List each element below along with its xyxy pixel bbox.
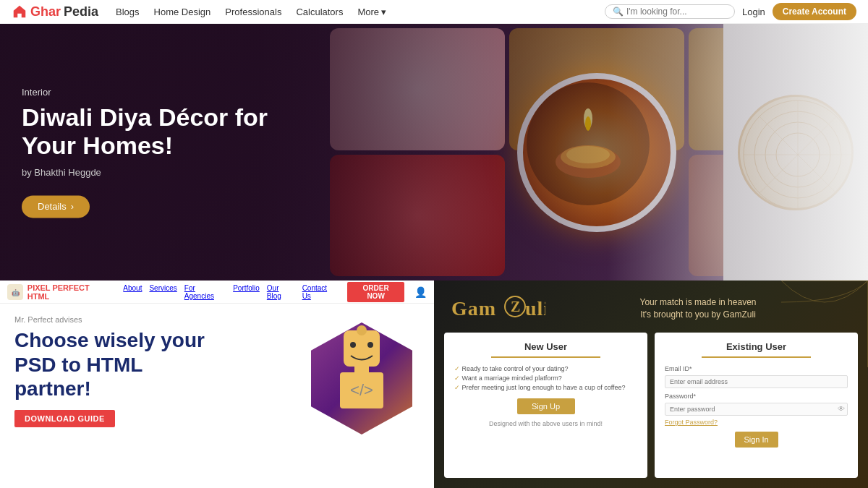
gamzuli-panel: Gam Z uli Your match is made in heaven I… bbox=[434, 281, 868, 488]
nav-professionals[interactable]: Professionals bbox=[225, 7, 281, 17]
svg-point-18 bbox=[367, 342, 373, 348]
pph-panel: 🤖 PIXEL PERFECT HTML About Services For … bbox=[0, 281, 434, 488]
pph-heading: Choose wisely your PSD to HTML partner! bbox=[14, 328, 217, 401]
svg-rect-16 bbox=[344, 330, 380, 367]
navbar: GharPedia Blogs Home Design Professional… bbox=[0, 0, 868, 24]
logo-pedia: Pedia bbox=[64, 4, 98, 20]
svg-text:🤖: 🤖 bbox=[11, 288, 20, 297]
password-label: Password* bbox=[665, 393, 848, 400]
email-input[interactable] bbox=[665, 375, 848, 388]
new-user-divider bbox=[491, 356, 601, 358]
pph-logo: 🤖 PIXEL PERFECT HTML bbox=[7, 283, 113, 301]
pph-user-icon: 👤 bbox=[414, 286, 427, 298]
pph-advises: Mr. Perfect advises bbox=[14, 315, 304, 324]
password-field-container: 👁 bbox=[665, 401, 848, 416]
gamzuli-logo-svg: Gam Z uli bbox=[451, 292, 545, 321]
new-user-title: New User bbox=[454, 341, 637, 352]
pph-content: Mr. Perfect advises Choose wisely your P… bbox=[0, 304, 434, 464]
nav-links: Blogs Home Design Professionals Calculat… bbox=[116, 7, 386, 17]
nav-calculators[interactable]: Calculators bbox=[296, 7, 343, 17]
svg-text:Z: Z bbox=[511, 299, 521, 314]
password-input[interactable] bbox=[665, 403, 848, 416]
chevron-down-icon: ▾ bbox=[381, 7, 386, 17]
nav-more[interactable]: More ▾ bbox=[357, 7, 386, 17]
pph-nav-contact[interactable]: Contact Us bbox=[302, 284, 338, 300]
gamzuli-deco-svg bbox=[781, 281, 868, 367]
nav-home-design[interactable]: Home Design bbox=[154, 7, 211, 17]
svg-point-17 bbox=[350, 342, 356, 348]
search-input[interactable] bbox=[626, 7, 735, 17]
hero-banner: Interior Diwali Diya Décor for Your Home… bbox=[0, 24, 868, 281]
hero-author: by Bhakthi Heggde bbox=[22, 167, 297, 178]
arrow-right-icon: › bbox=[71, 201, 74, 212]
pph-nav-services[interactable]: Services bbox=[149, 284, 176, 300]
pph-nav-links: About Services For Agencies Portfolio Ou… bbox=[123, 284, 337, 300]
nav-blogs[interactable]: Blogs bbox=[116, 7, 140, 17]
pph-order-button[interactable]: ORDER NOW bbox=[347, 282, 404, 302]
forgot-password-link[interactable]: Forgot Password? bbox=[665, 419, 848, 426]
signup-button[interactable]: Sign Up bbox=[517, 398, 575, 414]
hero-content: Interior Diwali Diya Décor for Your Home… bbox=[22, 87, 297, 218]
mascot-hex: </> bbox=[311, 322, 412, 435]
logo[interactable]: GharPedia bbox=[12, 4, 98, 20]
details-button[interactable]: Details › bbox=[22, 195, 90, 218]
mascot-svg: </> bbox=[318, 323, 405, 432]
pph-nav-portfolio[interactable]: Portfolio bbox=[233, 284, 260, 300]
new-user-footer: Designed with the above users in mind! bbox=[454, 420, 637, 427]
login-button[interactable]: Login bbox=[742, 7, 765, 17]
pph-nav-about[interactable]: About bbox=[123, 284, 142, 300]
mascot-body: </> bbox=[318, 323, 405, 435]
signin-button[interactable]: Sign In bbox=[735, 432, 778, 448]
logo-ghar: Ghar bbox=[30, 4, 61, 20]
new-user-card: New User Ready to take control of your d… bbox=[444, 333, 647, 478]
new-user-checklist: Ready to take control of your dating? Wa… bbox=[454, 365, 637, 391]
logo-icon bbox=[12, 4, 27, 20]
svg-rect-19 bbox=[354, 365, 369, 372]
svg-text:</>: </> bbox=[350, 381, 373, 399]
nav-right: 🔍 Login Create Account bbox=[605, 3, 856, 20]
search-box[interactable]: 🔍 bbox=[605, 4, 735, 19]
pph-icon-svg: 🤖 bbox=[9, 286, 21, 298]
svg-text:Gam: Gam bbox=[451, 297, 496, 320]
create-account-button[interactable]: Create Account bbox=[773, 3, 856, 20]
eye-icon[interactable]: 👁 bbox=[838, 405, 845, 413]
pph-logo-text: PIXEL PERFECT HTML bbox=[27, 283, 114, 301]
pph-text: Mr. Perfect advises Choose wisely your P… bbox=[14, 315, 304, 427]
gamzuli-logo: Gam Z uli bbox=[451, 292, 545, 325]
pph-nav-blog[interactable]: Our Blog bbox=[267, 284, 295, 300]
pph-mascot: </> bbox=[311, 322, 420, 453]
svg-text:uli: uli bbox=[525, 297, 545, 320]
checklist-item-2: Want a marriage minded platform? bbox=[454, 374, 637, 382]
hero-tag: Interior bbox=[22, 87, 297, 98]
hero-title: Diwali Diya Décor for Your Homes! bbox=[22, 103, 297, 160]
pph-nav-agencies[interactable]: For Agencies bbox=[184, 284, 226, 300]
search-icon: 🔍 bbox=[613, 7, 624, 17]
lower-section: 🤖 PIXEL PERFECT HTML About Services For … bbox=[0, 281, 868, 488]
checklist-item-3: Prefer meeting just long enough to have … bbox=[454, 384, 637, 391]
pph-download-button[interactable]: DOWNLOAD GUIDE bbox=[14, 410, 115, 427]
pph-logo-icon: 🤖 bbox=[7, 284, 23, 300]
svg-point-22 bbox=[357, 325, 367, 335]
checklist-item-1: Ready to take control of your dating? bbox=[454, 365, 637, 372]
pph-navbar: 🤖 PIXEL PERFECT HTML About Services For … bbox=[0, 281, 434, 304]
